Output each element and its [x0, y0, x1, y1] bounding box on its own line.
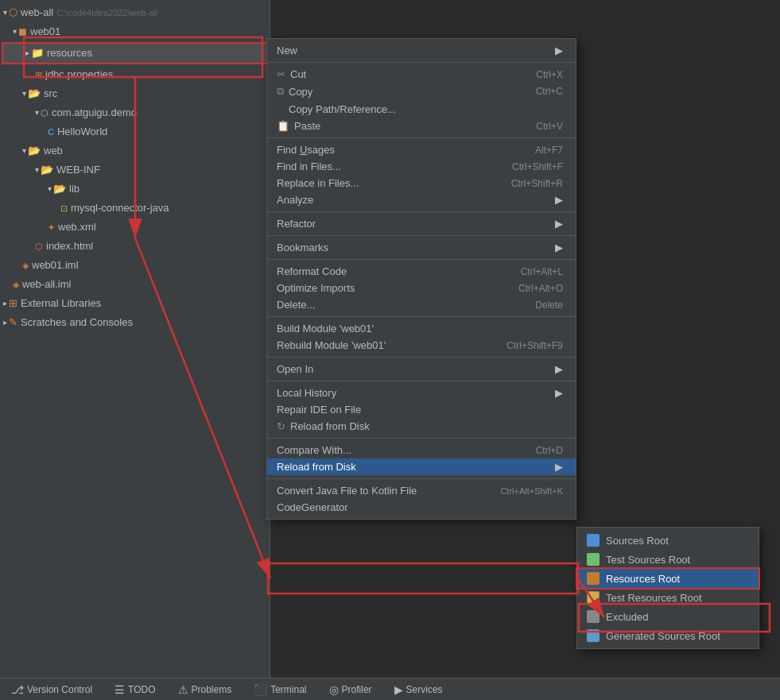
tree-item-jdbc-properties[interactable]: ⊞ jdbc.properties [0, 65, 270, 84]
submenu-item-excluded[interactable]: Excluded [577, 607, 759, 626]
submenu-label: Sources Root [606, 535, 669, 547]
menu-item-delete[interactable]: Delete... Delete [267, 296, 576, 313]
status-profiler[interactable]: ◎ Profiler [324, 682, 377, 698]
submenu-label: Resources Root [606, 573, 680, 585]
menu-item-copy-path[interactable]: ⧉ Copy Path/Reference... [267, 100, 576, 118]
submenu-item-sources-root[interactable]: Sources Root [577, 531, 759, 550]
tree-item-web-all[interactable]: ▾ ⬡ web-all C:\code4idea2022\web-all [0, 3, 270, 22]
submenu-item-resources-root[interactable]: Resources Root [577, 569, 759, 588]
menu-item-new[interactable]: New ▶ [267, 42, 576, 59]
tree-item-label: External Libraries [21, 296, 101, 311]
status-todo[interactable]: ☰ TODO [110, 682, 160, 698]
menu-label: Cut [290, 68, 520, 80]
todo-icon: ☰ [114, 683, 125, 696]
props-icon: ⊞ [35, 67, 42, 83]
menu-label: Open In [277, 363, 549, 375]
tree-item-web-all-iml[interactable]: ◈ web-all.iml [0, 275, 270, 294]
menu-item-refactor[interactable]: Refactor ▶ [267, 215, 576, 232]
tree-item-mysql-jar[interactable]: ⊡ mysql-connector-java [0, 199, 270, 218]
menu-shortcut: Ctrl+Shift+R [511, 178, 563, 189]
menu-item-open-in[interactable]: Open In ▶ [267, 361, 576, 377]
menu-label: CodeGenerator [277, 501, 563, 513]
java-icon: C [48, 124, 54, 140]
tree-item-index-html[interactable]: ⬡ index.html [0, 237, 270, 256]
submenu-item-test-resources-root[interactable]: Test Resources Root [577, 588, 759, 607]
menu-item-replace-in-files[interactable]: Replace in Files... Ctrl+Shift+R [267, 175, 576, 191]
terminal-icon: ⬛ [254, 683, 267, 696]
tree-item-web01-iml[interactable]: ◈ web01.iml [0, 256, 270, 275]
menu-separator [267, 316, 576, 317]
module-icon: ◼ [18, 24, 27, 40]
menu-item-bookmarks[interactable]: Bookmarks ▶ [267, 239, 576, 256]
tree-item-scratches[interactable]: ▸ ✎ Scratches and Consoles [0, 313, 270, 332]
menu-shortcut: Ctrl+Shift+F [512, 161, 563, 172]
reload-icon: ↻ [277, 420, 285, 432]
menu-item-find-usages[interactable]: Find Usages Alt+F7 [267, 141, 576, 158]
menu-separator [267, 235, 576, 236]
tree-item-label: WEB-INF [56, 162, 100, 178]
menu-item-code-generator[interactable]: CodeGenerator [267, 499, 576, 516]
test-resources-icon [587, 591, 600, 604]
tree-item-web[interactable]: ▾ 📂 web [0, 141, 270, 160]
menu-item-local-history[interactable]: Local History ▶ [267, 385, 576, 401]
tree-item-label: web-all [21, 5, 53, 21]
tree-item-helloworld[interactable]: C HelloWorld [0, 122, 270, 141]
status-version-control[interactable]: ⎇ Version Control [6, 682, 97, 698]
menu-item-repair-ide[interactable]: Repair IDE on File [267, 401, 576, 418]
menu-item-paste[interactable]: 📋 Paste Ctrl+V [267, 118, 576, 134]
menu-shortcut: Ctrl+Alt+Shift+K [500, 486, 563, 496]
menu-shortcut: Ctrl+X [536, 69, 563, 80]
menu-item-cut[interactable]: ✂ Cut Ctrl+X [267, 66, 576, 83]
menu-label: Rebuild Module 'web01' [277, 339, 491, 351]
menu-item-convert-kotlin[interactable]: Convert Java File to Kotlin File Ctrl+Al… [267, 482, 576, 499]
submenu-item-generated-sources-root[interactable]: Generated Sources Root [577, 626, 759, 645]
menu-item-reload-disk[interactable]: ↻ Reload from Disk [267, 418, 576, 435]
expand-arrow: ▾ [35, 105, 39, 121]
expand-arrow: ▾ [13, 24, 17, 40]
menu-item-rebuild-module[interactable]: Rebuild Module 'web01' Ctrl+Shift+F9 [267, 337, 576, 354]
submenu-label: Test Resources Root [606, 592, 702, 604]
menu-label: Reload from Disk [290, 420, 563, 432]
menu-item-compare-with[interactable]: Compare With... Ctrl+D [267, 442, 576, 458]
menu-shortcut: Ctrl+V [536, 121, 563, 132]
excluded-icon [587, 610, 600, 623]
sources-root-icon [587, 534, 600, 547]
tree-item-external-libs[interactable]: ▸ ⊞ External Libraries [0, 294, 270, 313]
folder-icon: 📂 [53, 181, 66, 197]
tree-item-src[interactable]: ▾ 📂 src [0, 84, 270, 103]
status-services[interactable]: ▶ Services [390, 682, 448, 698]
tree-item-web01[interactable]: ▾ ◼ web01 [0, 22, 270, 41]
menu-item-reformat[interactable]: Reformat Code Ctrl+Alt+L [267, 263, 576, 280]
menu-item-optimize-imports[interactable]: Optimize Imports Ctrl+Alt+O [267, 280, 576, 296]
status-terminal[interactable]: ⬛ Terminal [249, 682, 311, 698]
tree-item-lib[interactable]: ▾ 📂 lib [0, 180, 270, 199]
project-icon: ⬡ [9, 5, 17, 21]
status-problems[interactable]: ⚠ Problems [173, 682, 237, 698]
tree-item-web-inf[interactable]: ▾ 📂 WEB-INF [0, 160, 270, 180]
menu-item-build-module[interactable]: Build Module 'web01' [267, 320, 576, 337]
version-control-icon: ⎇ [11, 683, 24, 696]
iml-icon: ◈ [22, 257, 29, 273]
tree-item-web-xml[interactable]: ✦ web.xml [0, 218, 270, 237]
submenu-item-test-sources-root[interactable]: Test Sources Root [577, 550, 759, 569]
menu-item-analyze[interactable]: Analyze ▶ [267, 191, 576, 208]
menu-item-find-in-files[interactable]: Find in Files... Ctrl+Shift+F [267, 158, 576, 175]
tree-item-resources[interactable]: ▸ 📁 resources [2, 42, 268, 64]
menu-separator [267, 381, 576, 381]
menu-item-copy[interactable]: ⧉ Copy Ctrl+C [267, 83, 576, 100]
menu-label: Compare With... [277, 444, 520, 456]
tree-item-label: Scratches and Consoles [21, 315, 133, 331]
menu-shortcut: Ctrl+Alt+L [521, 266, 563, 277]
tree-item-package[interactable]: ▾ ⬡ com.atguigu.demo [0, 103, 270, 122]
folder-icon: 📂 [28, 143, 41, 159]
tree-item-label: mysql-connector-java [71, 200, 169, 216]
submenu-arrow: ▶ [555, 44, 563, 56]
menu-label: Copy Path/Reference... [289, 103, 563, 115]
menu-label: New [277, 44, 549, 56]
expand-arrow: ▸ [3, 296, 7, 311]
status-label: Version Control [27, 684, 92, 695]
expand-arrow: ▾ [22, 86, 26, 102]
menu-item-mark-directory-as[interactable]: Reload from Disk ▶ [267, 458, 576, 475]
problems-icon: ⚠ [178, 683, 188, 696]
menu-shortcut: Ctrl+D [536, 445, 563, 456]
